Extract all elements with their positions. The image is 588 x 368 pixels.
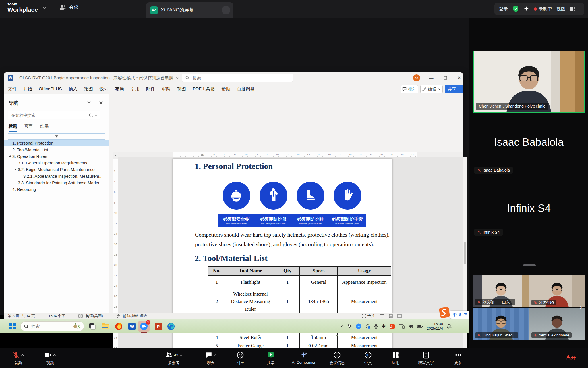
view-button[interactable]: 视图 [557,6,566,12]
minimize-button[interactable]: — [428,75,434,81]
accessibility-status[interactable]: 辅助功能: 调查 [123,313,147,319]
nav-search-input[interactable] [11,113,89,118]
tray-chevron-up-icon[interactable] [341,325,344,327]
share-button[interactable]: 共享 [445,85,463,93]
menu-PDF工具箱[interactable]: PDF工具箱 [193,86,215,92]
nav-search-box[interactable] [8,111,100,119]
chevron-down-icon[interactable] [42,7,47,9]
chevron-up-icon[interactable] [53,354,56,356]
close-button[interactable]: ✕ [456,75,462,81]
close-pane-icon[interactable] [99,101,103,105]
page-indicator[interactable]: 第 3 页, 共 14 页 [8,313,35,319]
menu-邮件[interactable]: 邮件 [146,86,155,92]
toolbar-camera-button[interactable]: 视频 [28,350,71,365]
tab-shared-screen[interactable]: XZ Xi ZANG的屏幕 … [146,2,233,18]
read-mode-icon[interactable] [380,314,384,318]
jump-to-top-row[interactable] [8,133,105,140]
search-options-chevron-icon[interactable] [95,114,97,116]
taskbar-search-box[interactable] [20,321,84,331]
security-shield-icon[interactable] [512,5,519,12]
menu-审阅[interactable]: 审阅 [162,86,171,92]
battery-tray-icon[interactable] [417,325,423,328]
document-canvas[interactable]: 1. Personal Protection 必须戴安全帽Must wear s… [118,157,463,367]
search-highlight-image[interactable] [73,323,80,329]
display-tray-icon[interactable] [399,324,405,329]
sogou-tray-icon[interactable] [390,324,395,329]
menu-视图[interactable]: 视图 [177,86,186,92]
sync-tray-icon[interactable] [365,324,370,329]
video-tile[interactable]: Ding Baijun Shao... [473,308,529,340]
menu-文件[interactable]: 文件 [8,86,17,92]
edit-mode-button[interactable]: 编辑 [420,85,443,93]
nav-item[interactable]: 3.2.1. Appearance Inspection, Measurem..… [4,173,109,179]
menu-百度网盘[interactable]: 百度网盘 [237,86,255,92]
video-tile[interactable]: 刘文硕——山东... [473,275,529,307]
menu-OfficePLUS[interactable]: OfficePLUS [39,86,62,91]
toolbar-more-button[interactable]: 更多 [437,350,480,365]
task-view-button[interactable] [88,322,96,331]
document-page[interactable]: 1. Personal Protection 必须戴安全帽Must wear s… [173,159,392,367]
tab-selector[interactable]: L [113,152,118,157]
chevron-up-icon[interactable] [21,354,24,356]
maximize-button[interactable] [442,75,448,81]
toolbar-leave-button[interactable]: 离开 [550,350,588,361]
video-tile-speaker[interactable]: Chen Jichen，Shandong Polytechnic [473,51,585,113]
keyboard-icon[interactable] [464,313,467,316]
cursor-tray-icon[interactable] [348,324,352,329]
tab-meeting[interactable]: 会议 [59,4,78,10]
expand-caret-icon[interactable] [14,168,16,171]
start-button[interactable] [8,322,17,331]
vertical-scrollbar[interactable] [463,157,467,367]
edge-browser-icon[interactable] [167,322,175,331]
firefox-icon[interactable] [114,322,123,331]
search-input[interactable] [192,75,279,80]
menu-设计[interactable]: 设计 [100,86,109,92]
nav-item[interactable]: 1. Personal Protection [4,140,109,146]
nav-tab-0[interactable]: 标题 [9,124,17,132]
nav-item[interactable]: 3.2. Bogie Mechanical Parts Maintenance [4,166,109,173]
menu-引用[interactable]: 引用 [131,86,140,92]
accessibility-icon[interactable] [116,314,120,318]
chevron-up-icon[interactable] [179,354,183,356]
signin-button[interactable]: 登录 [499,6,508,12]
nav-item[interactable]: 2. Tool/Material List [4,146,109,153]
vertical-ruler[interactable]: 246810121416182022242628303234363840 [113,157,118,367]
print-layout-icon[interactable] [389,314,393,318]
nav-item[interactable]: 3. Operation Rules [4,153,109,160]
collapse-pane-icon[interactable] [87,101,91,104]
toolbar-participants-button[interactable]: 42参会者 [152,350,195,365]
menu-帮助[interactable]: 帮助 [221,86,230,92]
word-taskbar-icon[interactable]: W [127,322,136,331]
menu-布局[interactable]: 布局 [115,86,124,92]
volume-tray-icon[interactable] [408,324,413,329]
ime-indicator[interactable]: 中 [382,324,386,329]
word-search-box[interactable] [182,74,293,82]
menu-插入[interactable]: 插入 [69,86,78,92]
voice-icon[interactable] [459,313,462,317]
expand-caret-icon[interactable] [8,155,11,158]
ime-lang-icon[interactable]: 中 [453,312,457,317]
language-indicator[interactable]: 英语(美国) [86,313,103,319]
more-options-icon[interactable]: … [222,6,230,14]
taskbar-clock[interactable]: 16:30 2025/11/4 [427,322,443,331]
word-count[interactable]: 1504 个字 [48,313,65,319]
mic-tray-icon[interactable] [374,324,378,329]
horizontal-ruler[interactable]: 24681012141618202224262830323436384042 [118,152,463,157]
chevron-up-icon[interactable] [214,354,217,356]
web-layout-icon[interactable] [397,314,402,318]
panel-divider-handle[interactable] [523,264,536,266]
nav-item[interactable]: 4. Recording [4,186,109,193]
zoom-tray-icon[interactable]: zm [356,323,361,329]
sogou-logo-icon[interactable] [439,306,450,319]
nav-tab-1[interactable]: 页面 [24,124,33,132]
video-tile[interactable]: Xi ZANG [529,275,585,307]
view-layout-icon[interactable] [570,7,575,11]
menu-开始[interactable]: 开始 [23,86,32,92]
ai-sparkle-icon[interactable] [523,6,529,12]
menu-绘图[interactable]: 绘图 [84,86,93,92]
powerpoint-icon[interactable]: P [154,322,163,331]
gallery-expand-chevron-icon[interactable]: › [579,302,582,311]
nav-item[interactable]: 3.1. General Operation Requirements [4,160,109,166]
account-avatar[interactable]: XZ [413,74,420,81]
nav-tab-2[interactable]: 结果 [40,124,49,132]
